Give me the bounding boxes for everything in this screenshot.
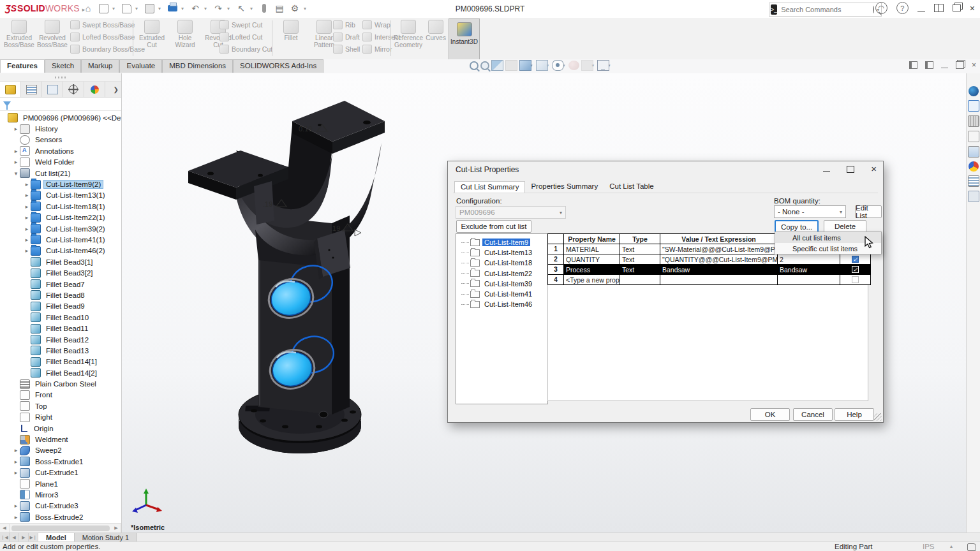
help-icon[interactable]: ? xyxy=(896,2,909,14)
tree-horizontal-scrollbar[interactable]: ◀ ▶ xyxy=(0,523,121,533)
heads-up-button[interactable]: ▾ xyxy=(536,60,549,71)
ribbon-button[interactable]: Rib xyxy=(333,20,360,30)
configurationmanager-tab[interactable] xyxy=(42,82,63,97)
cut-list-tree-item[interactable]: Cut-List-Item39 xyxy=(456,279,547,289)
tree-item[interactable]: ▸ Cut-List-Item9(2) xyxy=(0,179,121,189)
dimxpertmanager-tab[interactable] xyxy=(63,82,84,97)
tree-item[interactable]: Front xyxy=(0,390,121,400)
expand-arrow-icon[interactable]: ▸ xyxy=(12,447,20,453)
heads-up-button[interactable] xyxy=(480,61,488,70)
expand-arrow-icon[interactable]: ▸ xyxy=(12,459,20,465)
expand-arrow-icon[interactable]: ▸ xyxy=(12,159,20,165)
heads-up-button[interactable] xyxy=(568,61,578,70)
appearances-icon[interactable] xyxy=(969,161,979,172)
tree-item[interactable]: ▸ Cut-Extrude1 xyxy=(0,467,121,478)
tree-item[interactable]: Weldment xyxy=(0,434,121,444)
heads-up-button[interactable] xyxy=(505,60,516,71)
ribbon-button[interactable]: Lofted Cut xyxy=(219,32,272,42)
tree-item[interactable]: ▸ Annotations xyxy=(0,145,121,156)
pane-right-icon[interactable] xyxy=(925,61,933,69)
open-icon[interactable] xyxy=(120,2,133,15)
row-checkbox[interactable]: ✓ xyxy=(840,275,870,284)
custom-properties-icon[interactable] xyxy=(968,175,979,187)
row-checkbox[interactable]: ✓ xyxy=(840,254,870,264)
print-icon[interactable] xyxy=(166,2,179,15)
select-icon[interactable]: ↖ xyxy=(235,2,248,15)
dialog-resize-grip[interactable] xyxy=(874,413,882,421)
scroll-right-icon[interactable]: ▶ xyxy=(112,524,121,533)
dialog-tab[interactable]: Cut List Table xyxy=(604,181,659,193)
doc-minimize-icon[interactable] xyxy=(941,62,948,68)
expand-arrow-icon[interactable]: ▸ xyxy=(12,514,20,520)
dialog-tab[interactable]: Cut List Summary xyxy=(454,181,525,193)
last-tab-icon[interactable]: ▶❘ xyxy=(29,533,38,542)
tree-item[interactable]: Plain Carbon Steel xyxy=(0,378,121,389)
cut-list-tree-item[interactable]: Cut-List-Item46 xyxy=(456,299,547,309)
dialog-minimize-icon[interactable] xyxy=(823,166,830,172)
new-document-icon[interactable] xyxy=(97,2,110,15)
motion-study-tab[interactable]: Motion Study 1 xyxy=(75,533,137,542)
3dexperience-icon[interactable] xyxy=(969,86,979,96)
instant3d-button[interactable]: Instant3D xyxy=(449,18,480,62)
cut-list-tree-item[interactable]: Cut-List-Item18 xyxy=(456,258,547,268)
command-tab[interactable]: Features xyxy=(0,59,45,73)
tree-item[interactable]: Mirror3 xyxy=(0,489,121,500)
ribbon-button[interactable]: Boundary Boss/Base xyxy=(70,44,145,54)
tree-item[interactable]: Top xyxy=(0,400,121,411)
tree-item[interactable]: Fillet Bead10 xyxy=(0,312,121,323)
tree-item[interactable]: Fillet Bead14[1] xyxy=(0,356,121,367)
ribbon-button[interactable]: Draft xyxy=(333,32,360,42)
next-tab-icon[interactable]: ▶ xyxy=(19,533,29,542)
heads-up-button[interactable]: ▾ xyxy=(581,60,595,71)
tree-item[interactable]: Origin xyxy=(0,423,121,434)
tree-item[interactable]: Fillet Bead3[2] xyxy=(0,267,121,278)
tree-item[interactable]: Fillet Bead9 xyxy=(0,301,121,312)
heads-up-button[interactable] xyxy=(470,61,477,70)
tree-item[interactable]: ▸ Boss-Extrude2 xyxy=(0,511,121,522)
expand-arrow-icon[interactable]: ▸ xyxy=(12,126,20,132)
cut-list-tree-item[interactable]: Cut-List-Item41 xyxy=(456,289,547,299)
ribbon-button[interactable]: Reference Geometry xyxy=(393,18,424,48)
expand-arrow-icon[interactable]: ▾ xyxy=(12,170,20,177)
undo-icon[interactable]: ↶ xyxy=(189,2,202,15)
delete-button[interactable]: Delete xyxy=(824,220,866,233)
touch-mode-icon[interactable] xyxy=(258,2,271,15)
redo-icon[interactable]: ↷ xyxy=(212,2,225,15)
model-tab[interactable]: Model xyxy=(38,533,75,542)
cut-list-tree-item[interactable]: Cut-List-Item22 xyxy=(456,268,547,279)
tree-item[interactable]: ▸ Cut-Extrude3 xyxy=(0,501,121,511)
solidworks-forum-icon[interactable] xyxy=(968,191,979,202)
tree-item[interactable]: Fillet Bead14[2] xyxy=(0,367,121,378)
ribbon-button[interactable]: Boundary Cut xyxy=(219,44,272,54)
configuration-dropdown[interactable]: PM009696▾ xyxy=(456,206,566,219)
options-list-icon[interactable]: ▤ xyxy=(273,2,286,15)
expand-arrow-icon[interactable]: ▸ xyxy=(12,503,20,509)
heads-up-button[interactable]: ▾ xyxy=(519,60,533,71)
tree-item[interactable]: PM009696 (PM009696) <<Default>_P xyxy=(0,112,121,123)
dialog-close-icon[interactable]: × xyxy=(871,165,877,173)
expand-arrow-icon[interactable]: ▸ xyxy=(12,469,20,476)
tree-item[interactable]: ▸ Cut-List-Item13(1) xyxy=(0,190,121,201)
ribbon-button[interactable]: Revolved Boss/Base xyxy=(36,18,69,48)
doc-restore-icon[interactable] xyxy=(956,61,964,69)
tree-item[interactable]: Sensors xyxy=(0,135,121,145)
heads-up-button[interactable]: ▾ xyxy=(552,60,565,71)
ribbon-button[interactable]: Extruded Boss/Base xyxy=(3,18,36,48)
search-icon[interactable] xyxy=(873,6,874,13)
ribbon-button[interactable]: Hole Wizard xyxy=(168,18,202,48)
tree-item[interactable]: ▸ Cut-List-Item22(1) xyxy=(0,212,121,223)
tree-item[interactable]: Right xyxy=(0,412,121,423)
tree-filter[interactable] xyxy=(0,98,121,111)
exclude-from-cut-list-button[interactable]: Exclude from cut list xyxy=(456,220,531,233)
design-library-icon[interactable] xyxy=(968,115,979,127)
expand-arrow-icon[interactable]: ▸ xyxy=(12,148,20,154)
restore-split-icon[interactable] xyxy=(934,4,944,12)
save-icon[interactable] xyxy=(143,2,156,15)
view-palette-icon[interactable] xyxy=(968,146,979,158)
dialog-tab[interactable]: Properties Summary xyxy=(525,181,604,193)
panel-flyout-chevron-icon[interactable]: ❯ xyxy=(105,82,121,97)
tree-item[interactable]: ▸ Cut-List-Item18(1) xyxy=(0,201,121,212)
dialog-title-bar[interactable]: Cut-List Properties × xyxy=(448,161,883,177)
cancel-button[interactable]: Cancel xyxy=(793,408,833,421)
minimize-icon[interactable] xyxy=(917,4,925,12)
